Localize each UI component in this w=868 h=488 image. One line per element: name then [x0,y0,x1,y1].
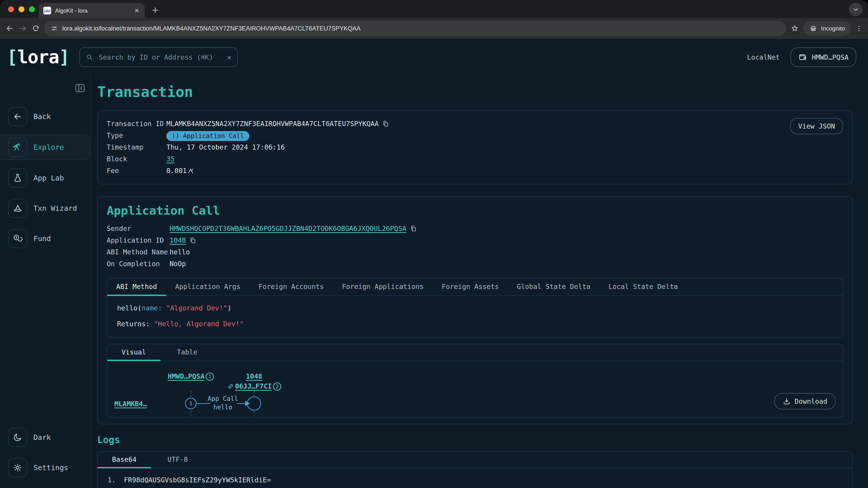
tab-utf8[interactable]: UTF-8 [151,452,204,468]
sidebar-item-label: Settings [33,463,68,472]
sidebar-item-settings[interactable]: Settings [0,455,90,480]
transaction-summary-card: View JSON Transaction ID MLAMKB4ANXZ5NA2… [97,110,852,184]
incognito-badge: Incognito [803,21,851,36]
tab-global-state-delta[interactable]: Global State Delta [508,278,599,295]
tab-title: AlgoKit - lora [55,7,129,14]
visual-panel: Visual Table [107,344,843,418]
tab-base64[interactable]: Base64 [98,452,151,468]
graph-txn-link[interactable]: MLAMKB4… [114,400,147,408]
abi-method-content: hello(name: "Algorand Dev!") Returns: "H… [107,296,843,337]
minimize-window-button[interactable] [19,6,24,12]
tab-foreign-applications[interactable]: Foreign Applications [333,278,433,295]
field-label: Block [107,153,166,165]
download-label: Download [795,397,828,405]
sidebar-item-theme-dark[interactable]: Dark [0,425,90,450]
type-row: Type () Application Call [107,130,843,141]
field-label: Transaction ID [107,118,166,130]
incognito-icon [809,24,817,33]
logs-tab-row: Base64 UTF-8 [98,452,852,468]
tab-foreign-assets[interactable]: Foreign Assets [433,278,508,295]
transaction-graph-lines: 1 [107,344,424,418]
site-settings-icon[interactable] [51,25,58,32]
sidebar-item-label: App Lab [33,174,64,182]
back-nav-icon[interactable] [5,24,14,33]
browser-menu-icon[interactable] [855,25,863,32]
application-id-link[interactable]: 1048 [169,234,186,246]
search-icon [86,53,93,61]
field-label: ABI Method Name [107,246,169,258]
telescope-icon [8,138,27,157]
sidebar-item-explore[interactable]: Explore [0,135,90,160]
close-window-button[interactable] [8,6,14,12]
browser-window: [ak] AlgoKit - lora ✕ lora.algo [0,0,868,488]
sidebar-item-app-lab[interactable]: App Lab [0,166,90,190]
sidebar-item-txn-wizard[interactable]: Txn Wizard [0,196,90,221]
tab-foreign-accounts[interactable]: Foreign Accounts [250,278,333,295]
moon-icon [8,428,27,447]
search-clear-icon[interactable]: ✕ [227,53,231,61]
tab-close-icon[interactable]: ✕ [133,7,140,14]
graph-txn-row-label: MLAMKB4… [114,399,147,408]
search-box[interactable]: ✕ [79,47,238,67]
bookmark-star-icon[interactable] [791,24,799,33]
application-call-title: Application Call [107,204,843,217]
graph-app-group: 06JJ…F7CI2 [209,382,299,391]
abi-returns-line: Returns: "Hello, Algorand Dev!" [117,319,833,329]
copy-icon[interactable] [382,120,390,128]
wallet-button[interactable]: HMWD…PQSA [790,47,856,67]
browser-chrome: [ak] AlgoKit - lora ✕ lora.algo [0,0,868,39]
copy-icon[interactable] [189,236,197,244]
block-link[interactable]: 35 [166,153,175,165]
abi-tab-panel: ABI Method Application Args Foreign Acco… [107,278,843,337]
sidebar-item-fund[interactable]: Fund [0,226,90,251]
field-label: Sender [107,223,169,234]
timestamp-row: Timestamp Thu, 17 October 2024 17:06:16 [107,141,843,153]
tab-search-chevron-icon[interactable] [849,3,863,16]
graph-sender-badge: 1 [206,372,214,381]
log-entry: 1. FR98dQAUSGVsbG8sIEFsZ29yYW5kIERldiE= [98,468,852,488]
wizard-hat-icon [8,199,27,218]
copy-icon[interactable] [410,225,417,232]
sender-link[interactable]: HMWDSHQCOPD2T36WBAHLAZ6PO5GDJJZBN4D2TODK… [169,223,406,234]
log-value: FR98dQAUSGVsbG8sIEFsZ29yYW5kIERldiE= [124,475,271,485]
incognito-label: Incognito [821,25,845,32]
graph-app-link[interactable]: 1048 [246,372,262,380]
new-tab-button[interactable] [151,6,160,14]
edge-method-label: hello [205,403,241,412]
abi-paren-open: ( [137,304,142,312]
graph-group-link[interactable]: 06JJ…F7CI [235,382,272,390]
block-row: Block 35 [107,153,843,165]
sidebar-item-back[interactable]: Back [0,104,90,129]
lora-logo[interactable]: [lora] [7,48,69,66]
arrow-left-icon [8,107,27,126]
flask-icon [8,168,27,188]
graph-sender-link[interactable]: HMWD…PQSA [168,372,205,380]
address-bar[interactable]: lora.algokit.io/localnet/transaction/MLA… [44,21,786,36]
abi-tab-row: ABI Method Application Args Foreign Acco… [107,278,843,296]
tab-application-args[interactable]: Application Args [166,278,250,295]
link-icon [227,383,234,390]
graph-app-column: 1048 [222,372,286,381]
app-header: [lora] ✕ LocalNet HMWD…PQSA [0,39,868,75]
page-title: Transaction [97,84,852,100]
tab-local-state-delta[interactable]: Local State Delta [599,278,687,295]
abi-call-line: hello(name: "Algorand Dev!") [117,303,833,313]
view-json-button[interactable]: View JSON [790,118,843,134]
edge-type-label: App Call [205,394,241,403]
sidebar-collapse-icon[interactable] [74,82,86,94]
reload-icon[interactable] [32,24,40,33]
window-controls[interactable] [8,6,35,12]
application-call-card: Application Call Sender HMWDSHQCOPD2T36W… [97,196,852,424]
algo-icon [188,168,194,174]
forward-nav-icon[interactable] [19,24,27,33]
browser-tab[interactable]: [ak] AlgoKit - lora ✕ [39,3,145,18]
tab-abi-method[interactable]: ABI Method [107,278,166,295]
abi-method: hello [117,304,137,312]
download-button[interactable]: Download [774,393,836,410]
maximize-window-button[interactable] [29,6,35,12]
search-input[interactable] [98,53,223,62]
abi-param-value: "Algorand Dev!" [166,304,227,312]
network-label[interactable]: LocalNet [747,53,780,61]
field-label: Fee [107,165,166,177]
abi-method-name-row: ABI Method Name hello [107,246,843,258]
